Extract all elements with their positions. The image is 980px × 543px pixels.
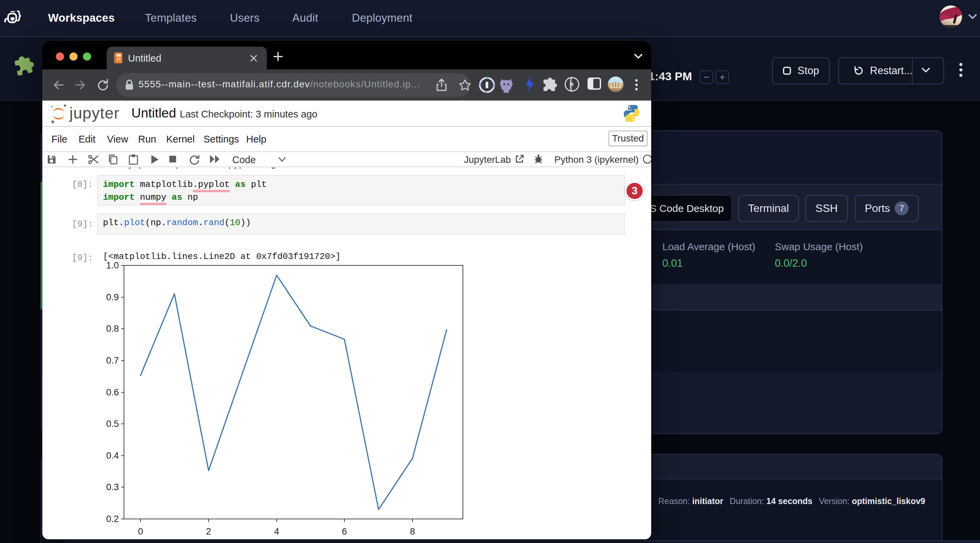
svg-text:0.3: 0.3 (106, 482, 119, 492)
svg-text:0.5: 0.5 (106, 419, 119, 429)
svg-text:0.2: 0.2 (106, 514, 119, 524)
svg-text:6: 6 (342, 526, 347, 537)
svg-text:8: 8 (410, 526, 415, 537)
svg-text:2: 2 (206, 526, 211, 537)
svg-text:4: 4 (274, 526, 279, 537)
svg-text:0.4: 0.4 (106, 451, 119, 461)
svg-text:0: 0 (138, 526, 143, 537)
svg-text:0.8: 0.8 (106, 324, 119, 334)
svg-text:0.6: 0.6 (106, 387, 119, 397)
svg-text:0.9: 0.9 (106, 292, 119, 302)
svg-text:0.7: 0.7 (106, 356, 119, 365)
svg-text:1.0: 1.0 (106, 260, 119, 270)
